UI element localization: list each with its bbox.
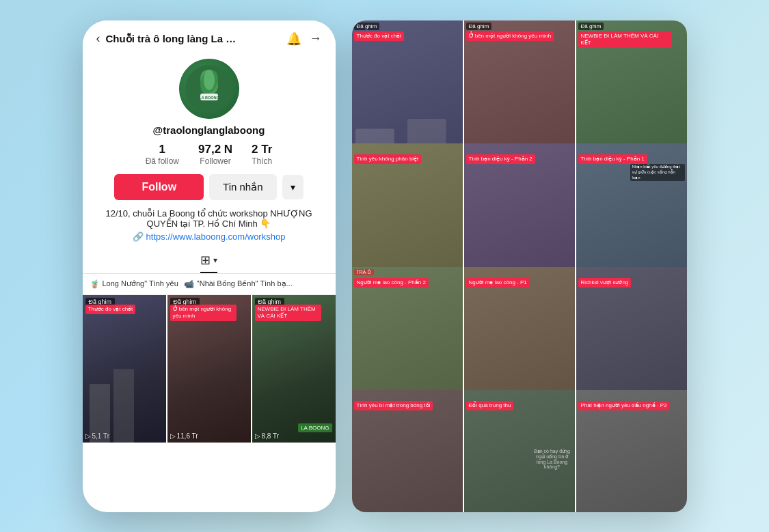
thumb-deco-1 bbox=[83, 295, 166, 443]
panel-title-2: Ở bên một người không yêu mình bbox=[466, 31, 554, 41]
grid-icon[interactable]: ⊞ bbox=[200, 253, 211, 268]
playlist-bar: 🧋 Long Nướng" Tình yêu 📹 "Nhài Bồng Bềnh… bbox=[83, 274, 336, 295]
playlist-icon-1: 🧋 bbox=[90, 279, 100, 289]
stat-likes: 2 Tr Thích bbox=[252, 143, 272, 166]
more-button[interactable]: ▾ bbox=[282, 175, 303, 199]
panel-title-11: Đổi quà trung thu bbox=[466, 401, 514, 410]
video-thumb-2[interactable]: Đã ghim Ở bên một người không yêu mình 1… bbox=[167, 295, 251, 443]
playlist-label-1: Long Nướng" Tình yêu bbox=[103, 279, 178, 288]
bio-text: 12/10, chuỗi La Boong tổ chức workshop N… bbox=[96, 208, 322, 229]
bio-link: 🔗 https://www.laboong.com/workshop bbox=[96, 232, 322, 242]
message-button[interactable]: Tin nhắn bbox=[209, 174, 276, 200]
stat-follow-label: Đã follow bbox=[146, 156, 179, 166]
stat-follow: 1 Đã follow bbox=[146, 143, 179, 166]
play-icon-3 bbox=[255, 432, 260, 440]
note-6: Nhận biết yêu đương thật sự giữa cuộc số… bbox=[630, 164, 685, 181]
panel-pinned-3: Đã ghim bbox=[578, 23, 604, 30]
panel-title-3: NEWBIE ĐI LÀM THÊM VÀ CÁI KẾT bbox=[578, 31, 673, 48]
tabs-icons: ⊞ ▾ bbox=[200, 253, 217, 273]
playlist-icon-2: 📹 bbox=[184, 279, 194, 289]
play-icon-2 bbox=[170, 432, 176, 440]
panel-right: Đã ghim Thước đo vật chất 5,1 Tr Đã ghim… bbox=[352, 20, 687, 512]
action-row: Follow Tin nhắn ▾ bbox=[114, 174, 303, 200]
chevron-down-icon[interactable]: ▾ bbox=[213, 255, 217, 265]
stat-likes-label: Thích bbox=[252, 156, 272, 166]
panel-thumb-10[interactable]: Tình yêu bí mật trong bóng tối 33,8 N LA… bbox=[352, 390, 463, 512]
header-left: ‹ Chuỗi trà ô long làng La Boo... bbox=[96, 31, 243, 46]
bell-icon[interactable]: 🔔 bbox=[286, 31, 301, 46]
username: @traolonglanglaboong bbox=[153, 124, 265, 136]
share-icon[interactable]: → bbox=[310, 31, 322, 46]
panel-title-4: Tình yêu không phân biệt bbox=[354, 154, 422, 164]
sub-text-11: Bạn có hay đứng ngủi uống trà ở long La … bbox=[532, 449, 573, 469]
panel-title-12: Phát hiện người yêu dấu nghề - P2 bbox=[578, 401, 670, 410]
playlist-item-2[interactable]: 📹 "Nhài Bồng Bềnh" Tình bạ... bbox=[184, 279, 293, 289]
video-stats-3: 8,8 Tr bbox=[255, 432, 280, 440]
page-title: Chuỗi trà ô long làng La Boo... bbox=[106, 33, 243, 45]
brand-panel-7: TRÀ Ô bbox=[354, 269, 374, 275]
video-thumb-3[interactable]: Đã ghim NEWBIE ĐI LÀM THÊM VÀ CÁI KẾT 8,… bbox=[252, 295, 336, 443]
svg-rect-6 bbox=[90, 384, 110, 443]
playlist-label-2: "Nhài Bồng Bềnh" Tình bạ... bbox=[197, 279, 293, 288]
brand-badge-3: LA BOONG bbox=[298, 423, 332, 432]
panel-title-10: Tình yêu bí mật trong bóng tối bbox=[354, 401, 433, 410]
phone-mockup: ‹ Chuỗi trà ô long làng La Boo... 🔔 → bbox=[83, 20, 336, 512]
stat-follow-value: 1 bbox=[159, 143, 165, 156]
panel-title-8: Người mẹ lao công - P1 bbox=[466, 278, 530, 288]
back-icon[interactable]: ‹ bbox=[96, 31, 100, 46]
stat-followers: 97,2 N Follower bbox=[198, 143, 232, 166]
header-icons: 🔔 → bbox=[286, 31, 322, 46]
stat-followers-label: Follower bbox=[200, 156, 230, 166]
panel-title-7: Người mẹ lao công - Phần 2 bbox=[354, 278, 429, 288]
panel-pinned-2: Đã ghim bbox=[466, 23, 492, 30]
video-title-3: NEWBIE ĐI LÀM THÊM VÀ CÁI KẾT bbox=[255, 305, 322, 322]
avatar-svg: LA BOONG bbox=[185, 65, 233, 113]
panel-thumb-11[interactable]: Đổi quà trung thu 404,3 N LA BOONG Bạn c… bbox=[464, 390, 575, 512]
avatar: LA BOONG bbox=[179, 59, 239, 119]
video-title-2: Ở bên một người không yêu mình bbox=[170, 305, 237, 322]
video-stats-2: 11,6 Tr bbox=[170, 432, 198, 440]
link-url[interactable]: https://www.laboong.com/workshop bbox=[146, 232, 286, 242]
tabs-bar: ⊞ ▾ bbox=[83, 247, 336, 274]
view-count-3: 8,8 Tr bbox=[262, 432, 280, 440]
svg-rect-7 bbox=[113, 369, 134, 443]
stat-likes-value: 2 Tr bbox=[252, 143, 272, 156]
panel-title-9: Richkid vượt sướng bbox=[578, 278, 632, 288]
phone-video-grid: Đã ghim Thước đo vật chất 5,1 Tr Đã ghim… bbox=[83, 295, 336, 512]
profile-section: LA BOONG @traolonglanglaboong 1 Đã follo… bbox=[83, 52, 336, 208]
svg-text:LA BOONG: LA BOONG bbox=[199, 96, 219, 100]
view-count-2: 11,6 Tr bbox=[177, 432, 198, 440]
phone-header: ‹ Chuỗi trà ô long làng La Boo... 🔔 → bbox=[83, 20, 336, 52]
panel-title-5: Tình bạn diệu kỳ - Phần 2 bbox=[466, 154, 535, 164]
svg-point-3 bbox=[204, 70, 215, 90]
stat-followers-value: 97,2 N bbox=[198, 143, 232, 156]
bio-section: 12/10, chuỗi La Boong tổ chức workshop N… bbox=[83, 208, 336, 247]
follow-button[interactable]: Follow bbox=[114, 174, 204, 200]
panel-video-grid: Đã ghim Thước đo vật chất 5,1 Tr Đã ghim… bbox=[352, 20, 687, 512]
avatar-inner: LA BOONG bbox=[179, 59, 239, 119]
link-icon: 🔗 bbox=[133, 232, 144, 242]
playlist-item-1[interactable]: 🧋 Long Nướng" Tình yêu bbox=[90, 279, 178, 289]
panel-thumb-12[interactable]: Phát hiện người yêu dấu nghề - P2 71,5 N… bbox=[576, 390, 687, 512]
video-thumb-1[interactable]: Đã ghim Thước đo vật chất 5,1 Tr bbox=[83, 295, 166, 443]
stats-row: 1 Đã follow 97,2 N Follower 2 Tr Thích bbox=[146, 143, 273, 166]
panel-title-6: Tình bạn diệu kỳ - Phần 1 bbox=[578, 154, 647, 164]
